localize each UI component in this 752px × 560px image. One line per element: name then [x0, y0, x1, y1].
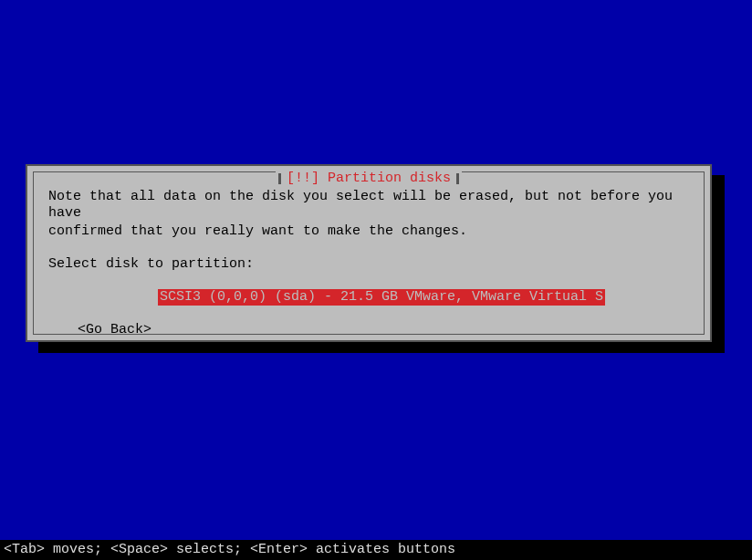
warning-text-line1: Note that all data on the disk you selec… — [48, 189, 689, 222]
status-bar: <Tab> moves; <Space> selects; <Enter> ac… — [0, 540, 752, 560]
disk-list: SCSI3 (0,0,0) (sda) - 21.5 GB VMware, VM… — [48, 289, 689, 306]
disk-option-selected[interactable]: SCSI3 (0,0,0) (sda) - 21.5 GB VMware, VM… — [158, 289, 605, 306]
installer-screen: [!!] Partition disks Note that all data … — [0, 0, 752, 560]
dialog-border: [!!] Partition disks Note that all data … — [33, 171, 705, 335]
select-disk-prompt: Select disk to partition: — [48, 256, 689, 273]
warning-text-line2: confirmed that you really want to make t… — [48, 223, 689, 240]
status-bar-text: <Tab> moves; <Space> selects; <Enter> ac… — [4, 542, 455, 558]
partition-dialog: [!!] Partition disks Note that all data … — [26, 164, 712, 342]
go-back-button[interactable]: <Go Back> — [48, 322, 689, 338]
dialog-content: Note that all data on the disk you selec… — [34, 172, 704, 334]
